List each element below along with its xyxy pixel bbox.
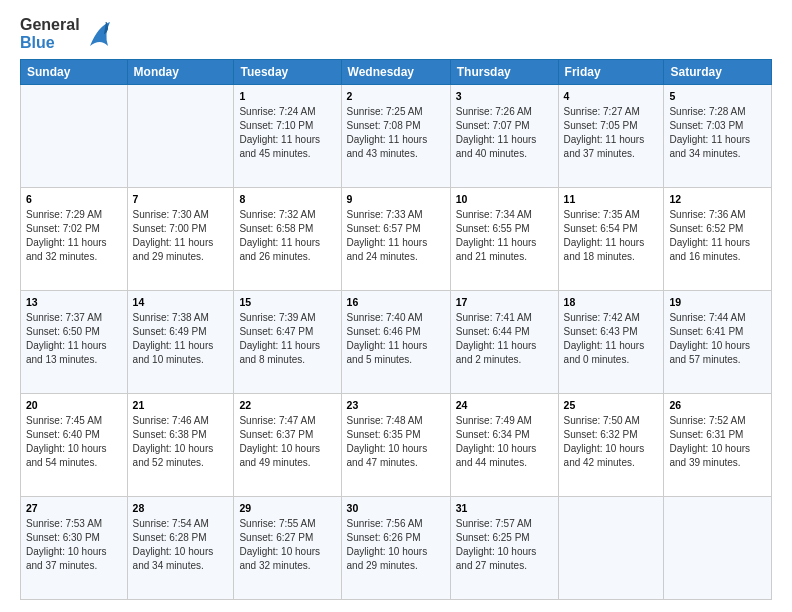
- day-number: 26: [669, 398, 766, 413]
- calendar-day-cell: 16Sunrise: 7:40 AM Sunset: 6:46 PM Dayli…: [341, 291, 450, 394]
- calendar-day-cell: 26Sunrise: 7:52 AM Sunset: 6:31 PM Dayli…: [664, 394, 772, 497]
- calendar-day-cell: 8Sunrise: 7:32 AM Sunset: 6:58 PM Daylig…: [234, 188, 341, 291]
- calendar-day-cell: 23Sunrise: 7:48 AM Sunset: 6:35 PM Dayli…: [341, 394, 450, 497]
- header: General Blue: [20, 16, 772, 51]
- day-number: 12: [669, 192, 766, 207]
- calendar-day-cell: [127, 85, 234, 188]
- day-info: Sunrise: 7:27 AM Sunset: 7:05 PM Dayligh…: [564, 105, 659, 161]
- day-info: Sunrise: 7:28 AM Sunset: 7:03 PM Dayligh…: [669, 105, 766, 161]
- day-info: Sunrise: 7:35 AM Sunset: 6:54 PM Dayligh…: [564, 208, 659, 264]
- day-number: 22: [239, 398, 335, 413]
- calendar-day-cell: 29Sunrise: 7:55 AM Sunset: 6:27 PM Dayli…: [234, 497, 341, 600]
- logo-blue-text: Blue: [20, 34, 80, 52]
- day-info: Sunrise: 7:46 AM Sunset: 6:38 PM Dayligh…: [133, 414, 229, 470]
- day-info: Sunrise: 7:53 AM Sunset: 6:30 PM Dayligh…: [26, 517, 122, 573]
- day-info: Sunrise: 7:44 AM Sunset: 6:41 PM Dayligh…: [669, 311, 766, 367]
- day-info: Sunrise: 7:50 AM Sunset: 6:32 PM Dayligh…: [564, 414, 659, 470]
- day-info: Sunrise: 7:45 AM Sunset: 6:40 PM Dayligh…: [26, 414, 122, 470]
- calendar-day-cell: 14Sunrise: 7:38 AM Sunset: 6:49 PM Dayli…: [127, 291, 234, 394]
- day-info: Sunrise: 7:34 AM Sunset: 6:55 PM Dayligh…: [456, 208, 553, 264]
- calendar-day-cell: [558, 497, 664, 600]
- day-info: Sunrise: 7:42 AM Sunset: 6:43 PM Dayligh…: [564, 311, 659, 367]
- page: General Blue SundayMondayTuesdayWednesda…: [0, 0, 792, 612]
- day-info: Sunrise: 7:52 AM Sunset: 6:31 PM Dayligh…: [669, 414, 766, 470]
- day-info: Sunrise: 7:54 AM Sunset: 6:28 PM Dayligh…: [133, 517, 229, 573]
- calendar-day-cell: 15Sunrise: 7:39 AM Sunset: 6:47 PM Dayli…: [234, 291, 341, 394]
- day-info: Sunrise: 7:38 AM Sunset: 6:49 PM Dayligh…: [133, 311, 229, 367]
- day-info: Sunrise: 7:48 AM Sunset: 6:35 PM Dayligh…: [347, 414, 445, 470]
- calendar-table: SundayMondayTuesdayWednesdayThursdayFrid…: [20, 59, 772, 600]
- day-number: 19: [669, 295, 766, 310]
- day-number: 27: [26, 501, 122, 516]
- calendar-day-cell: 28Sunrise: 7:54 AM Sunset: 6:28 PM Dayli…: [127, 497, 234, 600]
- day-info: Sunrise: 7:24 AM Sunset: 7:10 PM Dayligh…: [239, 105, 335, 161]
- day-info: Sunrise: 7:47 AM Sunset: 6:37 PM Dayligh…: [239, 414, 335, 470]
- calendar-header-cell: Wednesday: [341, 60, 450, 85]
- day-number: 20: [26, 398, 122, 413]
- calendar-header-cell: Thursday: [450, 60, 558, 85]
- calendar-day-cell: 4Sunrise: 7:27 AM Sunset: 7:05 PM Daylig…: [558, 85, 664, 188]
- calendar-header-cell: Tuesday: [234, 60, 341, 85]
- day-info: Sunrise: 7:56 AM Sunset: 6:26 PM Dayligh…: [347, 517, 445, 573]
- day-number: 15: [239, 295, 335, 310]
- calendar-week-row: 13Sunrise: 7:37 AM Sunset: 6:50 PM Dayli…: [21, 291, 772, 394]
- day-number: 25: [564, 398, 659, 413]
- calendar-week-row: 6Sunrise: 7:29 AM Sunset: 7:02 PM Daylig…: [21, 188, 772, 291]
- day-info: Sunrise: 7:36 AM Sunset: 6:52 PM Dayligh…: [669, 208, 766, 264]
- day-number: 24: [456, 398, 553, 413]
- day-number: 8: [239, 192, 335, 207]
- calendar-body: 1Sunrise: 7:24 AM Sunset: 7:10 PM Daylig…: [21, 85, 772, 600]
- day-info: Sunrise: 7:26 AM Sunset: 7:07 PM Dayligh…: [456, 105, 553, 161]
- day-info: Sunrise: 7:57 AM Sunset: 6:25 PM Dayligh…: [456, 517, 553, 573]
- day-number: 28: [133, 501, 229, 516]
- calendar-day-cell: [664, 497, 772, 600]
- day-info: Sunrise: 7:49 AM Sunset: 6:34 PM Dayligh…: [456, 414, 553, 470]
- calendar-day-cell: 20Sunrise: 7:45 AM Sunset: 6:40 PM Dayli…: [21, 394, 128, 497]
- day-number: 17: [456, 295, 553, 310]
- day-number: 14: [133, 295, 229, 310]
- day-number: 6: [26, 192, 122, 207]
- calendar-day-cell: 2Sunrise: 7:25 AM Sunset: 7:08 PM Daylig…: [341, 85, 450, 188]
- calendar-day-cell: 11Sunrise: 7:35 AM Sunset: 6:54 PM Dayli…: [558, 188, 664, 291]
- day-info: Sunrise: 7:29 AM Sunset: 7:02 PM Dayligh…: [26, 208, 122, 264]
- day-number: 11: [564, 192, 659, 207]
- day-info: Sunrise: 7:55 AM Sunset: 6:27 PM Dayligh…: [239, 517, 335, 573]
- calendar-day-cell: 25Sunrise: 7:50 AM Sunset: 6:32 PM Dayli…: [558, 394, 664, 497]
- calendar-header-row: SundayMondayTuesdayWednesdayThursdayFrid…: [21, 60, 772, 85]
- logo-general-text: General: [20, 16, 80, 34]
- day-number: 23: [347, 398, 445, 413]
- calendar-day-cell: 21Sunrise: 7:46 AM Sunset: 6:38 PM Dayli…: [127, 394, 234, 497]
- day-number: 30: [347, 501, 445, 516]
- calendar-day-cell: [21, 85, 128, 188]
- calendar-header-cell: Friday: [558, 60, 664, 85]
- calendar-day-cell: 3Sunrise: 7:26 AM Sunset: 7:07 PM Daylig…: [450, 85, 558, 188]
- calendar-day-cell: 1Sunrise: 7:24 AM Sunset: 7:10 PM Daylig…: [234, 85, 341, 188]
- day-number: 21: [133, 398, 229, 413]
- day-number: 7: [133, 192, 229, 207]
- day-info: Sunrise: 7:32 AM Sunset: 6:58 PM Dayligh…: [239, 208, 335, 264]
- calendar-day-cell: 24Sunrise: 7:49 AM Sunset: 6:34 PM Dayli…: [450, 394, 558, 497]
- calendar-day-cell: 30Sunrise: 7:56 AM Sunset: 6:26 PM Dayli…: [341, 497, 450, 600]
- day-number: 9: [347, 192, 445, 207]
- calendar-header-cell: Monday: [127, 60, 234, 85]
- calendar-header-cell: Sunday: [21, 60, 128, 85]
- calendar-day-cell: 13Sunrise: 7:37 AM Sunset: 6:50 PM Dayli…: [21, 291, 128, 394]
- day-info: Sunrise: 7:37 AM Sunset: 6:50 PM Dayligh…: [26, 311, 122, 367]
- day-number: 5: [669, 89, 766, 104]
- calendar-week-row: 20Sunrise: 7:45 AM Sunset: 6:40 PM Dayli…: [21, 394, 772, 497]
- calendar-day-cell: 22Sunrise: 7:47 AM Sunset: 6:37 PM Dayli…: [234, 394, 341, 497]
- calendar-week-row: 1Sunrise: 7:24 AM Sunset: 7:10 PM Daylig…: [21, 85, 772, 188]
- day-number: 1: [239, 89, 335, 104]
- calendar-day-cell: 7Sunrise: 7:30 AM Sunset: 7:00 PM Daylig…: [127, 188, 234, 291]
- day-info: Sunrise: 7:41 AM Sunset: 6:44 PM Dayligh…: [456, 311, 553, 367]
- day-info: Sunrise: 7:33 AM Sunset: 6:57 PM Dayligh…: [347, 208, 445, 264]
- calendar-day-cell: 31Sunrise: 7:57 AM Sunset: 6:25 PM Dayli…: [450, 497, 558, 600]
- day-info: Sunrise: 7:39 AM Sunset: 6:47 PM Dayligh…: [239, 311, 335, 367]
- day-number: 13: [26, 295, 122, 310]
- calendar-day-cell: 18Sunrise: 7:42 AM Sunset: 6:43 PM Dayli…: [558, 291, 664, 394]
- calendar-day-cell: 19Sunrise: 7:44 AM Sunset: 6:41 PM Dayli…: [664, 291, 772, 394]
- logo-bird-svg: [82, 18, 110, 50]
- calendar-day-cell: 27Sunrise: 7:53 AM Sunset: 6:30 PM Dayli…: [21, 497, 128, 600]
- calendar-week-row: 27Sunrise: 7:53 AM Sunset: 6:30 PM Dayli…: [21, 497, 772, 600]
- day-number: 31: [456, 501, 553, 516]
